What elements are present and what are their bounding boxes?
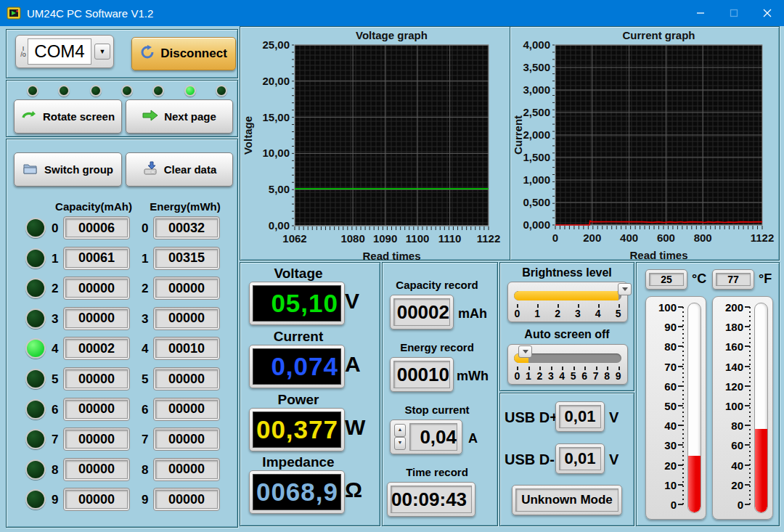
energy-value-3: 00000 [153,307,220,330]
capacity-value-8: 00000 [63,458,130,481]
svg-text:3,000: 3,000 [523,83,550,96]
arrow-right-icon [142,110,158,123]
thermo-scale-label: 0 [716,499,743,511]
status-led-2 [90,85,102,97]
capacity-value-7: 00000 [63,427,130,451]
brightness-handle[interactable] [618,283,632,295]
charge-mode-display: Unknown Mode [512,485,622,515]
fahrenheit-display: 77 [712,269,754,290]
group-led-4 [25,338,46,359]
status-led-4 [152,85,164,97]
thermo-scale-label: 90 [649,321,677,333]
energy-value-7: 00000 [153,427,220,451]
slider-tick-label: 4 [595,308,601,319]
svg-text:2,000: 2,000 [523,128,550,141]
energy-index-5: 5 [142,372,148,387]
svg-text:Current graph: Current graph [622,29,695,41]
svg-text:2,500: 2,500 [523,106,550,118]
svg-text:1110: 1110 [438,232,462,245]
rotate-screen-button[interactable]: Rotate screen [14,99,122,134]
slider-tick-label: 3 [575,308,581,319]
impedance-display: 0068,9 [249,470,345,514]
group-led-1 [25,248,46,269]
slider-tick-label: 1 [526,370,531,382]
disconnect-label: Disconnect [160,46,227,61]
slider-tick-label: 9 [616,370,621,382]
group-row-5: 500000500000 [7,367,237,393]
group-row-8: 800000800000 [7,458,237,484]
com-dropdown-button[interactable]: ▼ [94,44,110,60]
thermo-scale-label: 120 [716,380,743,393]
celsius-unit: °C [692,271,706,287]
usb-dplus-display: 0,01 [555,401,605,432]
capacity-value-3: 00000 [63,307,130,330]
brightness-slider[interactable]: 012345 [507,282,628,322]
com-port-value[interactable]: COM4 [28,38,91,65]
capacity-value-1: 00061 [63,247,130,270]
energy-index-4: 4 [142,342,148,356]
energy-value-6: 00000 [153,398,220,421]
clear-drive-icon [142,161,158,178]
svg-text:0: 0 [552,232,558,244]
titlebar[interactable]: UM24C PC Software V1.2 [0,0,784,26]
thermometer-tube [754,303,768,513]
svg-text:5,00: 5,00 [269,183,290,195]
close-button[interactable] [751,0,784,26]
brightness-track[interactable] [514,291,621,300]
thermo-scale-label: 80 [649,340,677,353]
capacity-value-5: 00000 [63,367,130,390]
clear-data-button[interactable]: Clear data [126,152,233,187]
svg-text:10,00: 10,00 [262,147,290,159]
energy-value-2: 00000 [153,277,220,300]
slider-tick-label: 0 [515,308,520,319]
energy-index-6: 6 [142,403,148,417]
maximize-button[interactable] [717,0,751,26]
svg-text:Read times: Read times [629,249,687,260]
group-led-2 [25,278,46,298]
current-unit: A [345,352,361,377]
thermo-scale-label: 20 [649,459,677,472]
voltage-label: Voltage [240,266,356,282]
folder-icon [23,162,38,177]
capacity-index-0: 0 [52,221,58,236]
spinner-up-button[interactable]: ▲ [394,424,406,437]
thermo-scale-label: 160 [716,340,743,353]
com-port-selector[interactable]: I/o COM4 ▼ [15,35,114,68]
impedance-unit: Ω [345,478,362,502]
capacity-index-4: 4 [52,342,58,356]
slider-tick-label: 6 [581,370,587,382]
current-display: 0,074 [249,345,345,388]
svg-text:25,00: 25,00 [262,38,290,51]
switch-group-button[interactable]: Switch group [14,152,122,187]
time-record-display: 00:09:43 [387,482,475,517]
thermo-scale-label: 140 [716,361,743,373]
next-page-button[interactable]: Next page [126,99,233,134]
capacity-value-9: 00000 [63,488,130,511]
stop-current-control[interactable]: ▲ ▼ 0,04 [390,420,462,454]
group-rows: 0000060000321000611003152000002000003000… [7,216,237,521]
svg-text:1080: 1080 [340,232,364,245]
thermo-scale-label: 10 [649,479,677,491]
energy-value-4: 00010 [153,337,220,360]
disconnect-button[interactable]: Disconnect [131,37,236,70]
page-panel: Rotate screen Next page [6,80,238,137]
energy-value-0: 00032 [153,216,220,240]
minimize-button[interactable] [684,0,717,26]
power-display: 00,377 [249,408,345,451]
app-icon [7,6,21,20]
svg-text:1090: 1090 [373,232,397,245]
capacity-record-unit: mAh [458,306,487,322]
svg-text:400: 400 [620,232,638,244]
svg-text:3,500: 3,500 [523,61,550,73]
group-led-7 [25,429,46,449]
current-graph: 0,0000,5001,0001,5002,0002,5003,0003,500… [510,26,780,261]
led-row [27,85,227,97]
auto-screen-off-slider[interactable]: 0123456789 [507,344,628,385]
spinner-down-button[interactable]: ▼ [394,437,406,450]
group-row-7: 700000700000 [7,427,237,454]
auto-screen-off-handle[interactable] [518,345,532,358]
usb-dminus-display: 0,01 [555,443,605,474]
usb-dplus-label: USB D+ [505,409,558,426]
window-controls [684,0,784,26]
capacity-index-1: 1 [52,252,58,266]
